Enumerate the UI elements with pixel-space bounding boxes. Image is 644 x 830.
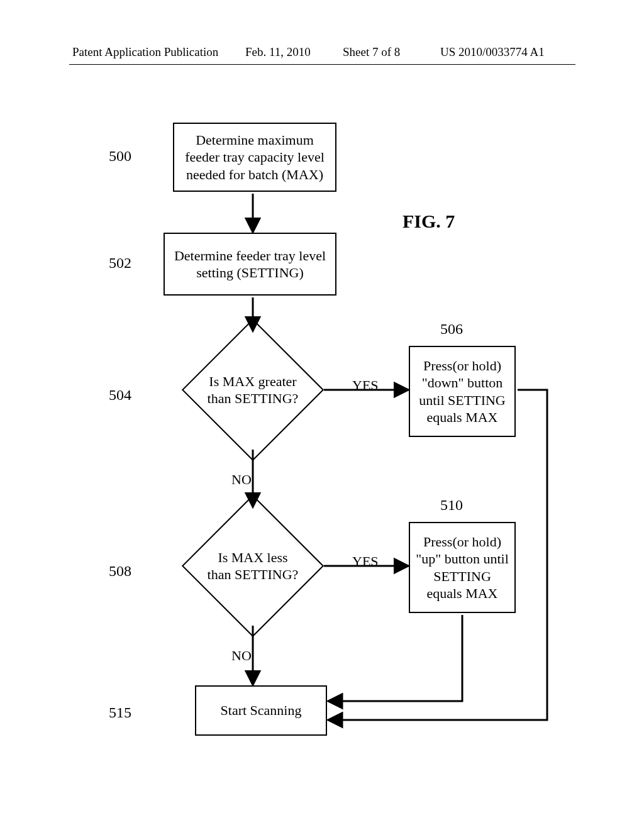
node-502-text: Determine feeder tray level setting (SET… <box>170 247 330 282</box>
ref-500: 500 <box>109 148 131 165</box>
edge-no-504: NO <box>231 472 252 488</box>
ref-510: 510 <box>440 497 463 514</box>
ref-515: 515 <box>109 704 131 721</box>
patent-figure-page: Patent Application Publication Feb. 11, … <box>0 0 644 830</box>
header-date: Feb. 11, 2010 <box>245 45 311 59</box>
node-506-text: Press(or hold) "down" button until SETTI… <box>415 357 509 426</box>
edge-yes-508: YES <box>352 553 379 570</box>
node-508-text: Is MAX less than SETTING? <box>206 549 300 584</box>
ref-508: 508 <box>109 563 131 580</box>
node-500-text: Determine maximum feeder tray capacity l… <box>179 131 330 184</box>
figure-label: FIG. 7 <box>402 211 455 232</box>
node-510: Press(or hold) "up" button until SETTING… <box>409 522 516 613</box>
node-510-text: Press(or hold) "up" button until SETTING… <box>415 533 509 602</box>
edge-no-508: NO <box>231 648 252 664</box>
header-publication: Patent Application Publication <box>72 45 218 59</box>
node-500: Determine maximum feeder tray capacity l… <box>173 123 336 192</box>
header-sheet: Sheet 7 of 8 <box>343 45 400 59</box>
ref-502: 502 <box>109 255 131 272</box>
ref-504: 504 <box>109 387 131 404</box>
node-515: Start Scanning <box>195 685 327 736</box>
node-506: Press(or hold) "down" button until SETTI… <box>409 346 516 437</box>
node-508: Is MAX less than SETTING? <box>203 516 303 616</box>
header-rule <box>69 64 575 65</box>
node-502: Determine feeder tray level setting (SET… <box>164 233 336 296</box>
ref-506: 506 <box>440 321 463 338</box>
node-504: Is MAX greater than SETTING? <box>203 340 303 440</box>
header-pubno: US 2010/0033774 A1 <box>440 45 545 59</box>
node-515-text: Start Scanning <box>221 702 302 719</box>
node-504-text: Is MAX greater than SETTING? <box>206 373 300 407</box>
edge-yes-504: YES <box>352 377 379 394</box>
